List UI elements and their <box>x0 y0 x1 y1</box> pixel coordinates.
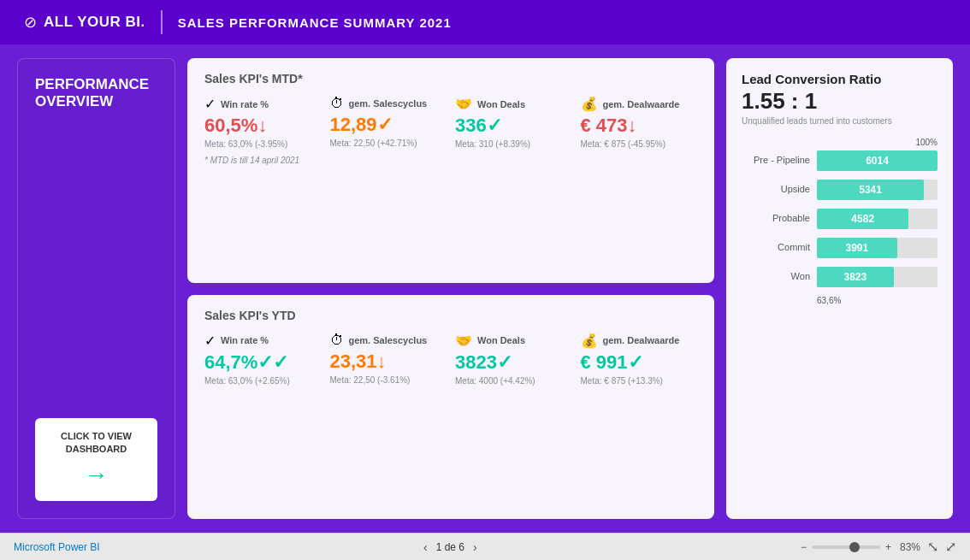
ytd-salescyclus-meta: Meta: 22,50 (-3.61%) <box>330 375 447 385</box>
lcr-percent-top: 100% <box>742 138 937 147</box>
lcr-ratio: 1.55 : 1 <box>742 88 937 115</box>
zoom-minus-icon[interactable]: − <box>801 541 807 553</box>
lcr-panel: Lead Conversion Ratio 1.55 : 1 Unqualifi… <box>726 58 953 519</box>
expand-icon[interactable]: ⤢ <box>945 539 956 555</box>
ytd-salescyclus-header: ⏱ gem. Salescyclus <box>330 333 447 348</box>
bar-fill-probable: 4582 <box>817 209 908 229</box>
ytd-salescyclus-value: 23,31↓ <box>330 351 447 373</box>
ytd-winrate-value: 64,7%✓✓ <box>204 351 322 374</box>
logo-icon: ⊘ <box>24 13 37 32</box>
app-wrapper: ⊘ ALL YOUR BI. SALES PERFORMANCE SUMMARY… <box>0 0 970 560</box>
checkmark-icon: ✓ <box>204 96 216 112</box>
bar-label-commit: Commit <box>742 242 810 252</box>
handshake2-icon: 🤝 <box>455 333 472 349</box>
money2-icon: 💰 <box>581 333 598 349</box>
main-content: PERFORMANCE OVERVIEW CLICK TO VIEW DASHB… <box>0 44 970 533</box>
mtd-wondeals-header: 🤝 Won Deals <box>455 96 572 112</box>
header: ⊘ ALL YOUR BI. SALES PERFORMANCE SUMMARY… <box>0 0 970 44</box>
lcr-percent-bottom: 63,6% <box>817 296 937 305</box>
checkmark2-icon: ✓ <box>204 333 216 349</box>
bar-value-upside: 5341 <box>859 184 882 196</box>
header-title: SALES PERFORMANCE SUMMARY 2021 <box>178 15 452 30</box>
lcr-bar-upside: Upside 5341 <box>742 180 937 200</box>
header-divider <box>161 10 163 34</box>
ytd-salescyclus: ⏱ gem. Salescyclus 23,31↓ Meta: 22,50 (-… <box>330 333 447 386</box>
dashboard-button-text: CLICK TO VIEW DASHBOARD <box>45 430 147 455</box>
lcr-bar-commit: Commit 3991 <box>742 238 937 258</box>
mtd-salescyclus-meta: Meta: 22,50 (+42.71%) <box>330 139 447 148</box>
mtd-wondeals-value: 336✓ <box>455 115 572 137</box>
left-panel: PERFORMANCE OVERVIEW CLICK TO VIEW DASHB… <box>17 58 175 519</box>
prev-page-button[interactable]: ‹ <box>423 540 428 554</box>
bar-label-upside: Upside <box>742 184 810 194</box>
lcr-title: Lead Conversion Ratio <box>742 72 937 86</box>
money-icon: 💰 <box>581 96 598 112</box>
bar-value-won: 3823 <box>843 271 866 283</box>
mtd-salescyclus-header: ⏱ gem. Salescyclus <box>330 96 447 111</box>
ytd-wondeals-label: Won Deals <box>477 335 525 345</box>
ytd-dealwaarde-value: € 991✓ <box>581 351 698 374</box>
lcr-bar-won: Won 3823 <box>742 267 937 287</box>
lcr-subtitle: Unqualified leads turned into customers <box>742 116 937 126</box>
bottom-bar: Microsoft Power BI ‹ 1 de 6 › − + 83% ⤡ … <box>0 533 970 560</box>
ytd-dealwaarde-label: gem. Dealwaarde <box>603 335 680 345</box>
bar-fill-prepipeline: 6014 <box>817 150 937 171</box>
mtd-note: * MTD is till 14 april 2021 <box>204 156 697 165</box>
pagination: ‹ 1 de 6 › <box>423 540 477 554</box>
dashboard-button[interactable]: CLICK TO VIEW DASHBOARD → <box>35 418 157 501</box>
ytd-dealwaarde-meta: Meta: € 875 (+13.3%) <box>581 376 698 386</box>
mtd-winrate-meta: Meta: 63,0% (-3.95%) <box>204 139 322 149</box>
ytd-winrate-meta: Meta: 63,0% (+2.65%) <box>204 376 322 386</box>
lcr-bar-prepipeline: Pre - Pipeline 6014 <box>742 150 937 171</box>
lcr-bar-probable: Probable 4582 <box>742 209 937 229</box>
bar-value-probable: 4582 <box>851 213 874 225</box>
mtd-dealwaarde-label: gem. Dealwaarde <box>603 99 680 109</box>
page-info: 1 de 6 <box>436 541 464 553</box>
zoom-plus-icon[interactable]: + <box>885 541 891 553</box>
zoom-handle <box>849 542 860 552</box>
bar-label-won: Won <box>742 271 810 281</box>
bar-track-probable: 4582 <box>817 209 937 229</box>
bar-value-prepipeline: 6014 <box>866 155 889 167</box>
mtd-dealwaarde: 💰 gem. Dealwaarde € 473↓ Meta: € 875 (-4… <box>581 96 698 149</box>
bar-label-probable: Probable <box>742 213 810 223</box>
middle-panel: Sales KPI's MTD* ✓ Win rate % 60,5%↓ Met… <box>187 58 714 519</box>
mtd-wondeals-label: Won Deals <box>477 99 525 109</box>
next-page-button[interactable]: › <box>473 540 477 554</box>
mtd-dealwaarde-value: € 473↓ <box>581 115 698 137</box>
fullscreen-icon[interactable]: ⤡ <box>927 539 938 555</box>
bar-track-commit: 3991 <box>817 238 937 258</box>
mtd-salescyclus-label: gem. Salescyclus <box>349 98 428 109</box>
ytd-kpi-grid: ✓ Win rate % 64,7%✓✓ Meta: 63,0% (+2.65%… <box>204 333 697 386</box>
mtd-kpi-grid: ✓ Win rate % 60,5%↓ Meta: 63,0% (-3.95%)… <box>204 96 697 149</box>
ytd-wondeals: 🤝 Won Deals 3823✓ Meta: 4000 (+4.42%) <box>455 333 572 386</box>
ytd-wondeals-header: 🤝 Won Deals <box>455 333 572 349</box>
bar-label-prepipeline: Pre - Pipeline <box>742 155 810 165</box>
bar-track-prepipeline: 6014 <box>817 150 937 171</box>
mtd-wondeals: 🤝 Won Deals 336✓ Meta: 310 (+8.39%) <box>455 96 572 149</box>
bar-fill-upside: 5341 <box>817 180 924 200</box>
bottom-right-controls: − + 83% ⤡ ⤢ <box>801 539 956 555</box>
mtd-salescyclus: ⏱ gem. Salescyclus 12,89✓ Meta: 22,50 (+… <box>330 96 447 149</box>
ytd-dealwaarde: 💰 gem. Dealwaarde € 991✓ Meta: € 875 (+1… <box>581 333 698 386</box>
mtd-dealwaarde-header: 💰 gem. Dealwaarde <box>581 96 698 112</box>
zoom-level: 83% <box>900 541 920 553</box>
arrow-right-icon: → <box>85 462 109 489</box>
ytd-salescyclus-label: gem. Salescyclus <box>349 335 428 345</box>
ytd-winrate-label: Win rate % <box>221 335 269 345</box>
handshake-icon: 🤝 <box>455 96 472 112</box>
ytd-card-title: Sales KPI's YTD <box>204 309 697 322</box>
ytd-dealwaarde-header: 💰 gem. Dealwaarde <box>581 333 698 349</box>
timer2-icon: ⏱ <box>330 333 344 348</box>
bar-track-upside: 5341 <box>817 180 937 200</box>
ytd-winrate: ✓ Win rate % 64,7%✓✓ Meta: 63,0% (+2.65%… <box>204 333 322 386</box>
mtd-winrate-label: Win rate % <box>221 99 269 109</box>
mtd-winrate-header: ✓ Win rate % <box>204 96 322 112</box>
zoom-slider[interactable] <box>812 545 880 549</box>
mtd-card: Sales KPI's MTD* ✓ Win rate % 60,5%↓ Met… <box>187 58 714 283</box>
mtd-salescyclus-value: 12,89✓ <box>330 114 447 136</box>
mtd-winrate-value: 60,5%↓ <box>204 115 322 137</box>
powerbi-link[interactable]: Microsoft Power BI <box>14 541 100 553</box>
bar-fill-commit: 3991 <box>817 238 897 258</box>
ytd-winrate-header: ✓ Win rate % <box>204 333 322 349</box>
